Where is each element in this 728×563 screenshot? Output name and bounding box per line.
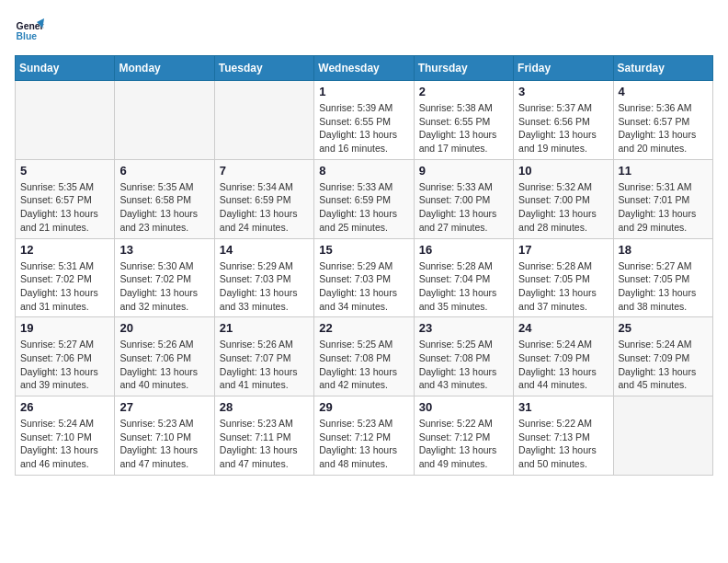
day-info: Sunrise: 5:24 AM Sunset: 7:09 PM Dayligh…	[518, 338, 608, 392]
calendar-week-1: 1Sunrise: 5:39 AM Sunset: 6:55 PM Daylig…	[16, 81, 713, 160]
calendar-day: 15Sunrise: 5:29 AM Sunset: 7:03 PM Dayli…	[314, 238, 414, 317]
day-info: Sunrise: 5:23 AM Sunset: 7:10 PM Dayligh…	[119, 417, 209, 471]
calendar-day: 8Sunrise: 5:33 AM Sunset: 6:59 PM Daylig…	[314, 159, 414, 238]
day-number: 6	[119, 164, 209, 178]
day-number: 9	[419, 164, 508, 178]
day-number: 19	[20, 321, 109, 335]
day-info: Sunrise: 5:31 AM Sunset: 7:02 PM Dayligh…	[20, 259, 109, 314]
calendar-day: 6Sunrise: 5:35 AM Sunset: 6:58 PM Daylig…	[115, 159, 214, 238]
day-info: Sunrise: 5:23 AM Sunset: 7:11 PM Dayligh…	[220, 417, 309, 471]
day-info: Sunrise: 5:35 AM Sunset: 6:58 PM Dayligh…	[119, 180, 209, 235]
calendar-day: 10Sunrise: 5:32 AM Sunset: 7:00 PM Dayli…	[514, 159, 613, 238]
calendar-day	[613, 396, 712, 476]
day-info: Sunrise: 5:35 AM Sunset: 6:57 PM Dayligh…	[20, 180, 109, 235]
day-info: Sunrise: 5:24 AM Sunset: 7:10 PM Dayligh…	[20, 417, 109, 471]
day-number: 14	[220, 243, 309, 257]
day-number: 30	[419, 400, 508, 414]
day-number: 16	[419, 243, 508, 257]
calendar-day: 27Sunrise: 5:23 AM Sunset: 7:10 PM Dayli…	[115, 396, 214, 476]
day-info: Sunrise: 5:28 AM Sunset: 7:04 PM Dayligh…	[419, 259, 508, 314]
day-number: 11	[619, 164, 708, 178]
day-number: 17	[518, 243, 608, 257]
calendar-week-2: 5Sunrise: 5:35 AM Sunset: 6:57 PM Daylig…	[16, 159, 713, 238]
column-header-saturday: Saturday	[613, 56, 712, 81]
day-number: 22	[319, 321, 408, 335]
calendar-day: 20Sunrise: 5:26 AM Sunset: 7:06 PM Dayli…	[115, 317, 214, 396]
day-info: Sunrise: 5:31 AM Sunset: 7:01 PM Dayligh…	[619, 180, 708, 235]
day-number: 28	[220, 400, 309, 414]
calendar-table: SundayMondayTuesdayWednesdayThursdayFrid…	[15, 55, 713, 476]
day-number: 10	[518, 164, 608, 178]
day-info: Sunrise: 5:22 AM Sunset: 7:13 PM Dayligh…	[518, 417, 608, 471]
day-info: Sunrise: 5:22 AM Sunset: 7:12 PM Dayligh…	[419, 417, 508, 471]
day-number: 26	[20, 400, 109, 414]
day-info: Sunrise: 5:36 AM Sunset: 6:57 PM Dayligh…	[619, 101, 708, 155]
day-number: 2	[419, 85, 508, 98]
calendar-day: 22Sunrise: 5:25 AM Sunset: 7:08 PM Dayli…	[314, 317, 414, 396]
day-info: Sunrise: 5:34 AM Sunset: 6:59 PM Dayligh…	[220, 180, 309, 235]
day-info: Sunrise: 5:39 AM Sunset: 6:55 PM Dayligh…	[319, 101, 408, 155]
calendar-day: 24Sunrise: 5:24 AM Sunset: 7:09 PM Dayli…	[514, 317, 613, 396]
day-info: Sunrise: 5:30 AM Sunset: 7:02 PM Dayligh…	[119, 259, 209, 314]
column-header-sunday: Sunday	[16, 56, 115, 81]
calendar-day: 28Sunrise: 5:23 AM Sunset: 7:11 PM Dayli…	[214, 396, 313, 476]
day-info: Sunrise: 5:32 AM Sunset: 7:00 PM Dayligh…	[518, 180, 608, 235]
day-number: 18	[619, 243, 708, 257]
calendar-day: 1Sunrise: 5:39 AM Sunset: 6:55 PM Daylig…	[314, 81, 414, 160]
calendar-day	[115, 81, 214, 160]
day-info: Sunrise: 5:28 AM Sunset: 7:05 PM Dayligh…	[518, 259, 608, 314]
day-number: 8	[319, 164, 408, 178]
calendar-day: 12Sunrise: 5:31 AM Sunset: 7:02 PM Dayli…	[16, 238, 115, 317]
calendar-day: 29Sunrise: 5:23 AM Sunset: 7:12 PM Dayli…	[314, 396, 414, 476]
calendar-day: 4Sunrise: 5:36 AM Sunset: 6:57 PM Daylig…	[613, 81, 712, 160]
calendar-day: 3Sunrise: 5:37 AM Sunset: 6:56 PM Daylig…	[514, 81, 613, 160]
day-number: 4	[619, 85, 708, 98]
svg-text:Blue: Blue	[17, 31, 38, 41]
calendar-day: 23Sunrise: 5:25 AM Sunset: 7:08 PM Dayli…	[414, 317, 513, 396]
day-info: Sunrise: 5:26 AM Sunset: 7:07 PM Dayligh…	[220, 338, 309, 392]
calendar-day: 14Sunrise: 5:29 AM Sunset: 7:03 PM Dayli…	[214, 238, 313, 317]
calendar-day: 18Sunrise: 5:27 AM Sunset: 7:05 PM Dayli…	[613, 238, 712, 317]
day-info: Sunrise: 5:29 AM Sunset: 7:03 PM Dayligh…	[220, 259, 309, 314]
calendar-day: 5Sunrise: 5:35 AM Sunset: 6:57 PM Daylig…	[16, 159, 115, 238]
day-info: Sunrise: 5:23 AM Sunset: 7:12 PM Dayligh…	[319, 417, 408, 471]
column-header-wednesday: Wednesday	[314, 56, 414, 81]
day-number: 15	[319, 243, 408, 257]
day-info: Sunrise: 5:25 AM Sunset: 7:08 PM Dayligh…	[419, 338, 508, 392]
calendar-day: 2Sunrise: 5:38 AM Sunset: 6:55 PM Daylig…	[414, 81, 513, 160]
calendar-day: 19Sunrise: 5:27 AM Sunset: 7:06 PM Dayli…	[16, 317, 115, 396]
day-number: 13	[119, 243, 209, 257]
calendar-week-3: 12Sunrise: 5:31 AM Sunset: 7:02 PM Dayli…	[16, 238, 713, 317]
column-header-friday: Friday	[514, 56, 613, 81]
calendar-day: 16Sunrise: 5:28 AM Sunset: 7:04 PM Dayli…	[414, 238, 513, 317]
calendar-day: 17Sunrise: 5:28 AM Sunset: 7:05 PM Dayli…	[514, 238, 613, 317]
day-number: 7	[220, 164, 309, 178]
calendar-day: 25Sunrise: 5:24 AM Sunset: 7:09 PM Dayli…	[613, 317, 712, 396]
calendar-week-5: 26Sunrise: 5:24 AM Sunset: 7:10 PM Dayli…	[16, 396, 713, 476]
day-number: 27	[119, 400, 209, 414]
day-info: Sunrise: 5:24 AM Sunset: 7:09 PM Dayligh…	[619, 338, 708, 392]
day-number: 29	[319, 400, 408, 414]
calendar-day: 9Sunrise: 5:33 AM Sunset: 7:00 PM Daylig…	[414, 159, 513, 238]
column-header-thursday: Thursday	[414, 56, 513, 81]
day-info: Sunrise: 5:33 AM Sunset: 6:59 PM Dayligh…	[319, 180, 408, 235]
day-number: 21	[220, 321, 309, 335]
day-info: Sunrise: 5:38 AM Sunset: 6:55 PM Dayligh…	[419, 101, 508, 155]
day-number: 24	[518, 321, 608, 335]
day-info: Sunrise: 5:33 AM Sunset: 7:00 PM Dayligh…	[419, 180, 508, 235]
calendar-day: 7Sunrise: 5:34 AM Sunset: 6:59 PM Daylig…	[214, 159, 313, 238]
calendar-day	[214, 81, 313, 160]
day-number: 12	[20, 243, 109, 257]
day-info: Sunrise: 5:29 AM Sunset: 7:03 PM Dayligh…	[319, 259, 408, 314]
calendar-day: 21Sunrise: 5:26 AM Sunset: 7:07 PM Dayli…	[214, 317, 313, 396]
calendar-day: 13Sunrise: 5:30 AM Sunset: 7:02 PM Dayli…	[115, 238, 214, 317]
day-number: 20	[119, 321, 209, 335]
column-header-monday: Monday	[115, 56, 214, 81]
calendar-day: 26Sunrise: 5:24 AM Sunset: 7:10 PM Dayli…	[16, 396, 115, 476]
calendar-week-4: 19Sunrise: 5:27 AM Sunset: 7:06 PM Dayli…	[16, 317, 713, 396]
calendar-day	[16, 81, 115, 160]
calendar-day: 31Sunrise: 5:22 AM Sunset: 7:13 PM Dayli…	[514, 396, 613, 476]
day-info: Sunrise: 5:37 AM Sunset: 6:56 PM Dayligh…	[518, 101, 608, 155]
day-number: 1	[319, 85, 408, 98]
day-info: Sunrise: 5:25 AM Sunset: 7:08 PM Dayligh…	[319, 338, 408, 392]
